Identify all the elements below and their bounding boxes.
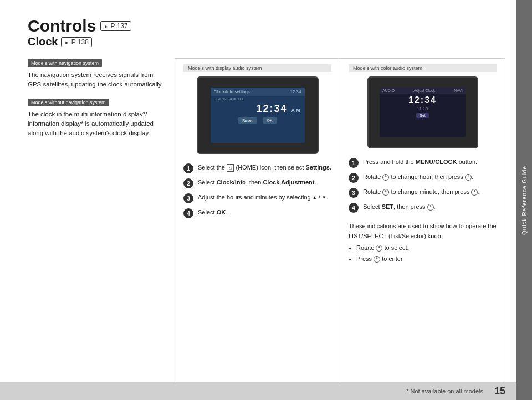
step-item: 2 Select Clock/Info, then Clock Adjustme… xyxy=(183,178,331,188)
side-tab: Quick Reference Guide xyxy=(516,0,532,400)
screen-time-big: 12:34 AM xyxy=(211,102,305,116)
title-text: Controls xyxy=(28,17,96,35)
up-arrow-icon: ▲ xyxy=(313,196,317,200)
screen-buttons: Reset OK xyxy=(211,116,305,125)
down-arrow-icon: ▼ xyxy=(322,196,326,200)
step-item: 1 Select the ⌂ (HOME) icon, then select … xyxy=(183,163,331,173)
knob-icon-r2 xyxy=(382,174,389,181)
step-num-r1: 1 xyxy=(349,158,359,168)
display-audio-device: Clock/Info settings 12:34 EST 12:34 00:0… xyxy=(197,76,319,154)
subtitle-ref-arrow: ► xyxy=(64,40,69,45)
screen-row1: EST 12:34 00:00 xyxy=(211,96,305,102)
knob-press-icon-r3 xyxy=(471,189,478,196)
info-bullet-2: Press to enter. xyxy=(356,254,497,264)
color-audio-device: AUDIO Adjust Clock NAVI 12:34 11:2 3 Set xyxy=(367,76,478,148)
bottom-bar: * Not available on all models 15 xyxy=(0,382,516,400)
info-text: These indications are used to show how t… xyxy=(349,223,497,239)
screen2-set-btn: Set xyxy=(416,113,429,118)
screen2-row: 11:2 3 xyxy=(380,106,466,112)
step-text-r2: Rotate to change hour, then press . xyxy=(363,172,473,182)
knob-press-icon-r4 xyxy=(427,204,434,211)
knob-icon-bullet2 xyxy=(374,256,380,263)
step-item: 3 Rotate to change minute, then press . xyxy=(349,187,497,198)
screen2-header: AUDIO Adjust Clock NAVI xyxy=(380,88,466,94)
center-steps-list: 1 Select the ⌂ (HOME) icon, then select … xyxy=(183,163,331,223)
footnote-text: * Not available on all models xyxy=(406,388,483,394)
step-num-r4: 4 xyxy=(349,203,359,213)
content-area: Models with navigation system The naviga… xyxy=(28,58,505,389)
step-item: 4 Select OK. xyxy=(183,208,331,218)
step-text-2: Select Clock/Info, then Clock Adjustment… xyxy=(198,178,316,187)
screen-ok-btn: OK xyxy=(263,117,277,124)
step-num-2: 2 xyxy=(183,178,193,188)
step-text-r4: Select SET, then press . xyxy=(363,202,436,212)
subtitle-text: Clock xyxy=(28,35,58,48)
info-box: These indications are used to show how t… xyxy=(349,222,497,265)
step-item: 4 Select SET, then press . xyxy=(349,202,497,213)
home-icon: ⌂ xyxy=(227,164,234,172)
step-item: 3 Adjust the hours and minutes by select… xyxy=(183,193,331,203)
model-tag-nav: Models with navigation system xyxy=(28,59,102,67)
step-item: 2 Rotate to change hour, then press . xyxy=(349,172,497,183)
screen-header-text: Clock/Info settings xyxy=(214,89,250,94)
knob-icon-r3 xyxy=(382,189,389,196)
title-ref: ► P 137 xyxy=(100,21,131,31)
model-desc-nonav: The clock in the multi-information displ… xyxy=(28,110,166,139)
display-audio-screen: Clock/Info settings 12:34 EST 12:34 00:0… xyxy=(211,88,305,143)
side-tab-label: Quick Reference Guide xyxy=(521,166,528,235)
center-column: Models with display audio system Clock/I… xyxy=(175,58,340,389)
title-section: Controls ► P 137 Clock ► P 138 xyxy=(28,17,505,55)
subtitle-ref: ► P 138 xyxy=(61,37,91,47)
right-section-label: Models with color audio system xyxy=(349,64,497,72)
color-audio-screen: AUDIO Adjust Clock NAVI 12:34 11:2 3 Set xyxy=(380,88,466,137)
knob-icon-bullet1 xyxy=(376,245,382,252)
main-content: Controls ► P 137 Clock ► P 138 Models wi… xyxy=(0,0,516,400)
step-num-r3: 3 xyxy=(349,188,359,198)
info-bullets: Rotate to select. Press to enter. xyxy=(356,243,497,264)
step-text-3: Adjust the hours and minutes by selectin… xyxy=(198,193,328,202)
step-num-r2: 2 xyxy=(349,173,359,183)
step-text-4: Select OK. xyxy=(198,208,227,217)
page-number: 15 xyxy=(494,386,505,397)
left-column: Models with navigation system The naviga… xyxy=(28,58,175,389)
step-text-r1: Press and hold the MENU/CLOCK button. xyxy=(363,157,477,167)
model-tag-nonav: Models without navigation system xyxy=(28,99,109,106)
step-text-1: Select the ⌂ (HOME) icon, then select Se… xyxy=(198,163,331,172)
subtitle: Clock ► P 138 xyxy=(28,35,505,48)
center-section-label: Models with display audio system xyxy=(183,64,331,72)
knob-press-icon-r2 xyxy=(465,174,472,181)
step-num-1: 1 xyxy=(183,163,193,173)
screen-reset-btn: Reset xyxy=(238,117,257,124)
title-ref-arrow: ► xyxy=(104,24,109,29)
right-column: Models with color audio system AUDIO Adj… xyxy=(340,58,505,389)
model-desc-nav: The navigation system receives signals f… xyxy=(28,70,166,90)
right-steps-list: 1 Press and hold the MENU/CLOCK button. … xyxy=(349,157,497,217)
info-bullet-1: Rotate to select. xyxy=(356,243,497,253)
screen-header-time: 12:34 xyxy=(290,89,301,94)
step-text-r3: Rotate to change minute, then press . xyxy=(363,187,480,197)
step-item: 1 Press and hold the MENU/CLOCK button. xyxy=(349,157,497,168)
page-title: Controls ► P 137 xyxy=(28,17,505,35)
step-num-3: 3 xyxy=(183,193,193,203)
screen-header: Clock/Info settings 12:34 xyxy=(211,88,305,96)
step-num-4: 4 xyxy=(183,208,193,218)
screen-ampm: AM xyxy=(291,107,301,113)
screen2-time: 12:34 xyxy=(380,94,466,106)
